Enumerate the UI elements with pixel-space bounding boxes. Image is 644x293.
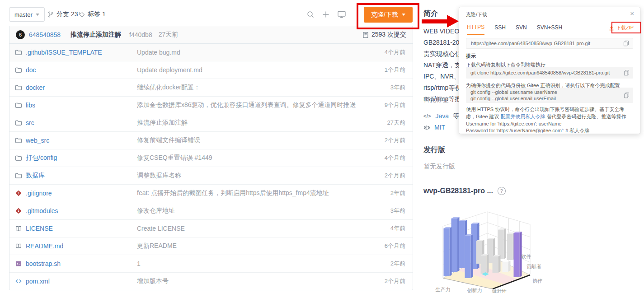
chevron-down-icon <box>36 14 39 16</box>
table-row[interactable]: pom.xml增加版本号2个月前 <box>9 272 413 290</box>
chart-bar-face <box>451 219 457 272</box>
table-row[interactable]: LICENSECreate LICENSE4年前 <box>9 219 413 237</box>
avatar: 6 <box>16 30 25 39</box>
tab-https[interactable]: HTTPS <box>467 21 484 35</box>
tab-svn[interactable]: SVN <box>516 21 527 35</box>
table-row[interactable]: src推流停止添加注解27天前 <box>9 114 413 131</box>
plus-icon[interactable] <box>322 10 330 19</box>
file-name-link[interactable]: libs <box>26 102 35 109</box>
table-row[interactable]: README.md更新README6个月前 <box>9 237 413 255</box>
language-link[interactable]: Java <box>435 112 449 120</box>
search-icon[interactable] <box>306 10 315 19</box>
file-name-link[interactable]: README.md <box>26 242 63 250</box>
file-updated-time: 2个月前 <box>385 136 405 144</box>
book-icon <box>15 242 22 250</box>
clone-download-button[interactable]: 克隆/下载 <box>364 7 413 23</box>
file-commit-message[interactable]: 推流停止添加注解 <box>137 119 188 127</box>
tab-svn-ssh[interactable]: SVN+SSH <box>537 21 562 35</box>
tag-icon <box>78 11 85 18</box>
table-row[interactable]: web_src修复前端文件编译错误2个月前 <box>9 131 413 149</box>
table-row[interactable]: libs添加金仓数据库x86驱动，优化兼容接口通道列表查询。修复多个通道同时推送… <box>9 96 413 114</box>
file-commit-message[interactable]: 修复前端文件编译错误 <box>137 136 200 144</box>
close-icon[interactable]: × <box>630 9 634 17</box>
copy-icon[interactable] <box>623 40 629 47</box>
folder-icon <box>15 66 22 74</box>
file-name-link[interactable]: 数据库 <box>26 172 45 180</box>
table-row[interactable]: docUpdate deployment.md1个月前 <box>9 61 413 79</box>
folder-icon <box>15 84 22 91</box>
branches-link[interactable]: 分支 23 <box>47 10 78 19</box>
table-row[interactable]: docker继续优化docker配置：3年前 <box>9 79 413 96</box>
file-name-link[interactable]: .github/ISSUE_TEMPLATE <box>26 49 102 56</box>
chart-bar-face <box>450 227 452 276</box>
file-commit-message[interactable]: 继续优化docker配置： <box>137 84 200 92</box>
https-note-after: 替代登录密码进行克隆、推送等操作 <box>545 114 626 119</box>
commit-time: 27天前 <box>159 31 179 39</box>
table-row[interactable]: .gitmodules修改仓库地址3年前 <box>9 202 413 219</box>
token-link[interactable]: 配置并使用私人令牌 <box>500 114 545 119</box>
language-suffix: 等 <box>453 112 459 120</box>
config-command-1: git config --global user.name userName <box>470 89 633 95</box>
file-commit-message[interactable]: 增加版本号 <box>137 277 169 285</box>
chart-axis-label: 创新力 <box>467 288 482 293</box>
branch-selector[interactable]: master <box>9 7 45 22</box>
commits-count-link[interactable]: 2593 次提交 <box>362 31 406 39</box>
table-row[interactable]: .gitignorefeat: 点播开始后的截图任务，判断启用https后使用h… <box>9 184 413 202</box>
file-commit-message[interactable]: 调整数据库名称 <box>137 172 181 180</box>
file-updated-time: 9个月前 <box>385 101 405 109</box>
license-link[interactable]: MIT <box>434 124 445 131</box>
file-commit-message[interactable]: 更新README <box>137 242 177 250</box>
file-name-link[interactable]: docker <box>26 84 45 91</box>
config-command-block: git config --global user.name userName g… <box>466 88 633 103</box>
help-icon[interactable]: ? <box>498 187 506 195</box>
file-name-link[interactable]: web_src <box>26 137 49 144</box>
tab-ssh[interactable]: SSH <box>494 21 506 35</box>
config-command-2: git config --global user.email userEmail <box>470 95 633 102</box>
chevron-down-icon <box>402 14 405 16</box>
clone-command-block: git clone https://gitee.com/pan648540858… <box>466 67 633 79</box>
chart-bar-face <box>503 262 508 272</box>
file-commit-message[interactable]: Update deployment.md <box>137 66 202 74</box>
file-name-link[interactable]: bootstrap.sh <box>26 260 61 267</box>
file-commit-message[interactable]: 1 <box>137 260 141 267</box>
table-row[interactable]: 打包/config修复CSEQ重置错误 #14494个月前 <box>9 149 413 167</box>
copy-icon[interactable] <box>624 70 630 76</box>
file-commit-message[interactable]: 添加金仓数据库x86驱动，优化兼容接口通道列表查询。修复多个通道同时推送 <box>137 101 356 109</box>
file-commit-message[interactable]: feat: 点播开始后的截图任务，判断启用https后使用https_fmp4流… <box>137 189 329 197</box>
releases-title: 发行版 <box>423 145 445 155</box>
file-commit-message[interactable]: Update bug.md <box>137 49 180 56</box>
file-name-link[interactable]: 打包/config <box>26 154 57 162</box>
commit-message-link[interactable]: 推流停止添加注解 <box>71 31 121 39</box>
table-row[interactable]: .github/ISSUE_TEMPLATEUpdate bug.md4个月前 <box>9 44 413 61</box>
chart-title-row: wvp-GB28181-pro ... ? <box>423 187 506 195</box>
file-name-link[interactable]: doc <box>26 66 36 74</box>
copy-icon[interactable] <box>624 92 630 98</box>
file-commit-message[interactable]: 修改仓库地址 <box>137 207 175 215</box>
repo-url-input[interactable]: https://gitee.com/pan648540858/wvp-GB281… <box>466 38 633 49</box>
branch-selector-label: master <box>14 11 33 18</box>
file-name-link[interactable]: src <box>26 119 34 126</box>
chart-bar-face <box>493 256 498 273</box>
file-name-link[interactable]: .gitmodules <box>26 207 58 214</box>
git-icon <box>15 190 22 197</box>
file-commit-message[interactable]: 修复CSEQ重置错误 #1449 <box>137 154 212 162</box>
chart-row-label: 软件 <box>521 254 531 259</box>
committer-link[interactable]: 648540858 <box>29 31 61 38</box>
file-commit-message[interactable]: Create LICENSE <box>137 225 185 232</box>
folder-icon <box>15 102 22 109</box>
file-name-link[interactable]: LICENSE <box>26 225 53 232</box>
download-zip-button[interactable]: 下载ZIP <box>609 24 634 31</box>
table-row[interactable]: 数据库调整数据库名称2个月前 <box>9 167 413 184</box>
tags-label: 标签 1 <box>88 10 106 19</box>
file-name-link[interactable]: pom.xml <box>26 278 50 285</box>
monitor-icon[interactable] <box>337 10 346 19</box>
chart-bar-face <box>507 234 513 260</box>
tags-link[interactable]: 标签 1 <box>78 10 106 19</box>
book-icon <box>15 225 22 232</box>
clone-command-text: git clone https://gitee.com/pan648540858… <box>470 70 610 75</box>
branch-icon <box>47 11 54 18</box>
file-updated-time: 4个月前 <box>385 48 405 56</box>
table-row[interactable]: bootstrap.sh12年前 <box>9 255 413 272</box>
file-name-link[interactable]: .gitignore <box>26 190 52 197</box>
hint-title: 提示 <box>466 53 476 60</box>
